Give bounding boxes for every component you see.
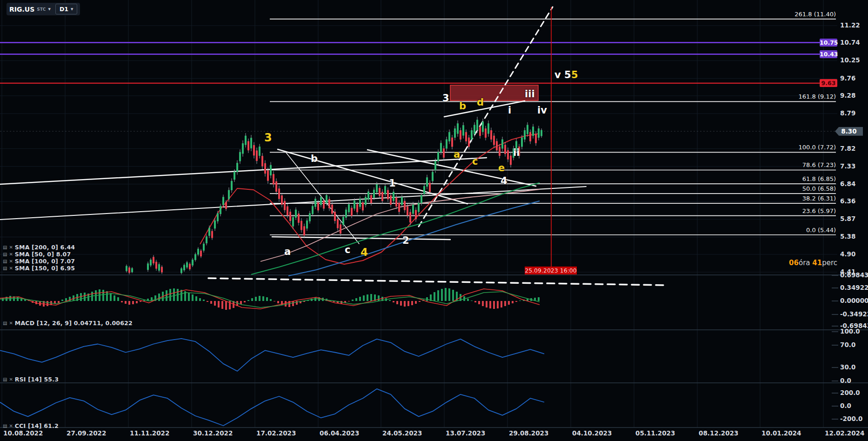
chevron-down-icon: ▼ <box>71 7 73 11</box>
macd-scale-tick[interactable]: 0.00000 <box>840 298 868 304</box>
legend-settings-icon[interactable]: ▤ <box>3 259 7 264</box>
countdown-hours: 06 <box>789 259 799 267</box>
date-label[interactable]: 27.09.2022 <box>67 430 106 437</box>
date-label[interactable]: 17.02.2023 <box>256 430 296 437</box>
wave-label[interactable]: ii <box>513 148 520 158</box>
legend-close-icon[interactable]: ✕ <box>9 245 13 250</box>
wave-label[interactable]: v 5 <box>554 70 571 80</box>
price-tick[interactable]: 11.22 <box>840 22 860 29</box>
trendline[interactable] <box>208 278 665 285</box>
legend-close-icon[interactable]: ✕ <box>9 423 13 428</box>
symbol-selector[interactable]: RIG.US STC ▼ <box>9 6 51 13</box>
price-tick[interactable]: 4.90 <box>840 251 855 258</box>
chart-window: 11.2210.7410.259.769.288.797.827.336.846… <box>0 0 868 441</box>
date-label[interactable]: 12.02.2024 <box>825 430 864 437</box>
price-tick[interactable]: 5.87 <box>840 216 855 222</box>
legend-settings-icon[interactable]: ▤ <box>3 266 7 271</box>
macd-scale-tick[interactable]: 0.69843 <box>840 272 868 279</box>
date-label[interactable]: 11.11.2022 <box>130 430 169 437</box>
wave-label[interactable]: 5 <box>571 70 578 80</box>
wave-label[interactable]: c <box>472 157 478 167</box>
sma-150-legend: ▤ ✕ SMA [150, 0] 6.95 <box>3 265 75 271</box>
main-chart-canvas[interactable] <box>0 0 868 441</box>
wave-label[interactable]: 3 <box>264 132 272 143</box>
legend-label: SMA [200, 0] 6.44 <box>15 244 75 251</box>
wave-label[interactable]: a <box>454 150 460 160</box>
wave-label[interactable]: 2 <box>402 236 409 246</box>
price-alert-badge[interactable]: 10.43 <box>820 50 837 58</box>
price-alert-badge[interactable]: 10.75 <box>820 39 837 47</box>
price-tick[interactable]: 9.76 <box>840 75 855 82</box>
fib-label: 100.0 (7.72) <box>799 144 836 150</box>
date-label[interactable]: 08.12.2023 <box>699 430 738 437</box>
trendline[interactable] <box>444 101 525 117</box>
price-tick[interactable]: 8.79 <box>840 110 855 117</box>
legend-settings-icon[interactable]: ▤ <box>3 377 7 382</box>
legend-settings-icon[interactable]: ▤ <box>3 423 7 428</box>
legend-close-icon[interactable]: ✕ <box>9 321 13 326</box>
wave-label[interactable]: 3 <box>442 94 449 103</box>
wave-label[interactable]: i <box>508 106 511 115</box>
price-tick[interactable]: 5.38 <box>840 234 855 240</box>
wave-label[interactable]: d <box>477 98 484 107</box>
date-label[interactable]: 30.12.2022 <box>193 430 233 437</box>
rsi-scale-tick[interactable]: 0.0 <box>840 378 851 384</box>
wave-label[interactable]: iv <box>537 106 547 115</box>
wave-label[interactable]: 4 <box>501 176 507 186</box>
date-label[interactable]: 29.08.2023 <box>509 430 548 437</box>
cci-scale-tick[interactable]: 0.0 <box>840 403 851 409</box>
date-label[interactable]: 10.01.2024 <box>761 430 801 437</box>
rsi-scale-tick[interactable]: 100.0 <box>840 328 860 335</box>
wave-label[interactable]: b <box>311 154 318 164</box>
cci-scale-tick[interactable]: -200.0 <box>840 416 862 422</box>
rsi-scale-tick[interactable]: 30.0 <box>840 364 855 371</box>
date-label[interactable]: 13.07.2023 <box>446 430 485 437</box>
sma-curve <box>251 183 540 274</box>
fib-label: 38.2 (6.31) <box>802 195 836 201</box>
legend-close-icon[interactable]: ✕ <box>9 377 13 382</box>
legend-close-icon[interactable]: ✕ <box>9 266 13 271</box>
date-label[interactable]: 10.08.2022 <box>3 430 43 437</box>
wave-label[interactable]: e <box>498 163 505 173</box>
symbol-name: RIG.US <box>9 6 34 13</box>
fib-label: 61.8 (6.85) <box>802 176 836 182</box>
legend-settings-icon[interactable]: ▤ <box>3 321 7 326</box>
date-label[interactable]: 04.10.2023 <box>572 430 612 437</box>
price-tick[interactable]: 10.25 <box>840 57 860 64</box>
date-label[interactable]: 06.04.2023 <box>320 430 359 437</box>
price-tick[interactable]: 10.74 <box>840 40 860 46</box>
price-alert-badge[interactable]: 9.63 <box>820 79 837 87</box>
price-tick[interactable]: 7.82 <box>840 146 855 152</box>
legend-close-icon[interactable]: ✕ <box>9 252 13 257</box>
wave-label[interactable]: b <box>459 101 466 111</box>
macd-scale-tick[interactable]: -0.34922 <box>840 311 868 318</box>
price-tick[interactable]: 7.33 <box>840 163 855 170</box>
price-tick[interactable]: 6.36 <box>840 198 855 205</box>
timeframe-label: D1 <box>60 6 68 13</box>
date-label[interactable]: 05.11.2023 <box>635 430 675 437</box>
legend-settings-icon[interactable]: ▤ <box>3 245 7 250</box>
exchange-label: STC <box>37 7 46 12</box>
date-label[interactable]: 24.05.2023 <box>382 430 422 437</box>
rsi-legend: ▤ ✕ RSI [14] 55.3 <box>3 376 59 382</box>
wave-label[interactable]: iii <box>525 89 535 99</box>
macd-scale-tick[interactable]: 0.34922 <box>840 285 868 291</box>
price-tick[interactable]: 6.84 <box>840 181 855 187</box>
countdown-hours-unit: óra <box>799 259 812 267</box>
cci-scale-tick[interactable]: 200.0 <box>840 390 860 396</box>
legend-settings-icon[interactable]: ▤ <box>3 252 7 257</box>
fib-label: 50.0 (6.58) <box>802 186 836 192</box>
fib-label: 78.6 (7.23) <box>802 162 836 168</box>
legend-label: SMA [100, 0] 7.07 <box>15 258 75 265</box>
rsi-scale-tick[interactable]: 70.0 <box>840 342 855 348</box>
legend-close-icon[interactable]: ✕ <box>9 259 13 264</box>
timeframe-selector[interactable]: D1 ▼ <box>55 4 77 14</box>
trendline[interactable] <box>0 158 487 184</box>
wave-label[interactable]: c <box>345 245 350 255</box>
macd-legend: ▤ ✕ MACD [12, 26, 9] 0.04711, 0.00622 <box>3 320 133 326</box>
price-tick[interactable]: 9.28 <box>840 93 855 99</box>
wave-label[interactable]: 1 <box>389 179 396 188</box>
wave-label[interactable]: 4 <box>361 247 368 258</box>
alert-time-badge[interactable]: 25.09.2023 16:00 <box>525 267 577 274</box>
wave-label[interactable]: a <box>284 247 291 257</box>
